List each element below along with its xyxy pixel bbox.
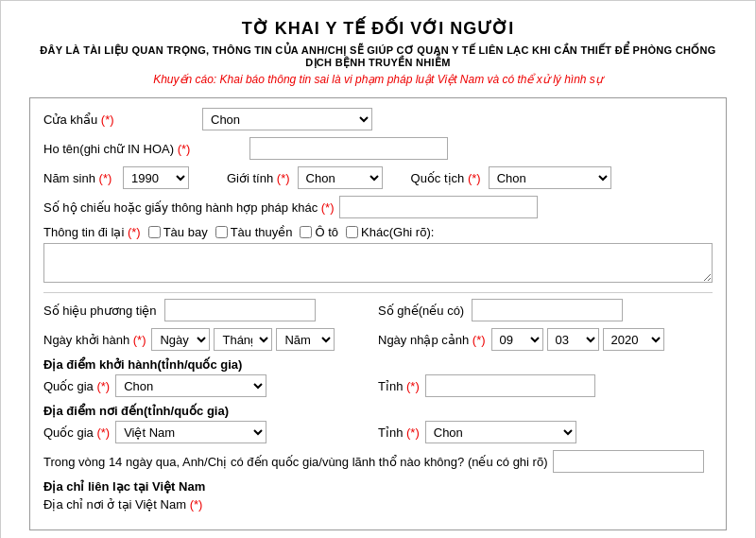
ho-ten-input[interactable]	[249, 137, 448, 160]
quoc-gia-khoi-select[interactable]: Chon	[115, 374, 266, 397]
tau-bay-option[interactable]: Tàu bay	[148, 225, 208, 239]
nam-sinh-row: Năm sinh (*) 1990 1991 1992 Giới tính (*…	[43, 166, 713, 189]
so-hieu-input[interactable]	[164, 299, 316, 321]
tinh-khoi-input[interactable]	[425, 374, 595, 397]
page-subtitle: ĐÂY LÀ TÀI LIỆU QUAN TRỌNG, THÔNG TIN CỦ…	[29, 44, 727, 69]
quoc-gia-den-select[interactable]: Việt Nam	[115, 421, 266, 443]
ngay-nhap-ngay-select[interactable]: 09	[491, 328, 543, 351]
trong-14-ngay-row: Trong vòng 14 ngày qua, Anh/Chị có đến q…	[43, 450, 713, 473]
khac-textarea-row	[43, 243, 713, 286]
o-to-checkbox[interactable]	[300, 226, 312, 238]
tau-thuyen-checkbox[interactable]	[215, 226, 228, 238]
tau-thuyen-label: Tàu thuyền	[231, 225, 293, 239]
quoc-gia-den-label: Quốc gia (*)	[43, 425, 110, 440]
so-hieu-row: Số hiệu phương tiện Số ghế(nếu có)	[43, 299, 713, 321]
dia-chi-o-row: Địa chỉ nơi ở tại Việt Nam (*)	[43, 497, 713, 512]
khac-label: Khác(Ghi rõ):	[361, 225, 434, 239]
trong-14-ngay-input[interactable]	[553, 450, 704, 473]
ngay-khoi-ngay-select[interactable]: Ngày0102	[151, 328, 210, 351]
so-hieu-label: Số hiệu phương tiện	[43, 304, 157, 318]
ho-ten-label: Ho tên(ghi chữ IN HOA) (*)	[43, 142, 242, 156]
tinh-den-label: Tỉnh (*)	[378, 425, 420, 440]
ngay-khoi-label: Ngày khởi hành (*)	[43, 333, 146, 347]
dia-chi-title: Địa chỉ liên lạc tại Việt Nam	[43, 479, 713, 494]
so-ho-chieu-row: Số hộ chiếu hoặc giấy thông hành hợp phá…	[43, 196, 713, 218]
dia-diem-khoi-header: Địa điểm khởi hành(tỉnh/quốc gia)	[43, 357, 713, 372]
quoc-gia-khoi-row: Quốc gia (*) Chon Tỉnh (*)	[43, 374, 713, 397]
ngay-khoi-col: Ngày khởi hành (*) Ngày0102 Tháng010203 …	[43, 328, 378, 351]
tau-bay-checkbox[interactable]	[148, 226, 161, 238]
nam-sinh-select[interactable]: 1990 1991 1992	[123, 166, 189, 189]
dia-chi-o-label: Địa chỉ nơi ở tại Việt Nam (*)	[43, 497, 202, 512]
so-ho-chieu-input[interactable]	[339, 196, 538, 218]
so-ghe-input[interactable]	[472, 299, 623, 321]
ho-ten-row: Ho tên(ghi chữ IN HOA) (*)	[43, 137, 713, 160]
tau-bay-label: Tàu bay	[163, 225, 208, 239]
tinh-khoi-label: Tỉnh (*)	[378, 379, 420, 393]
tinh-den-select[interactable]: Chon	[425, 421, 576, 443]
ngay-nhap-canh-col: Ngày nhập cảnh (*) 09 03 2020	[378, 328, 713, 351]
thong-tin-di-lai-label: Thông tin đi lại (*)	[43, 225, 141, 239]
page-title: TỜ KHAI Y TẾ ĐỐI VỚI NGƯỜI	[29, 18, 727, 39]
cua-khau-select[interactable]: Chon	[202, 108, 372, 130]
gioi-tinh-label: Giới tính (*)	[227, 171, 290, 185]
gioi-tinh-select[interactable]: Chon Nam Nữ	[298, 166, 383, 189]
quoc-tich-label: Quốc tịch (*)	[411, 171, 481, 185]
ngay-nhap-thang-select[interactable]: 03	[547, 328, 599, 351]
tinh-khoi-col: Tỉnh (*)	[378, 374, 713, 397]
thong-tin-di-lai-row: Thông tin đi lại (*) Tàu bay Tàu thuyền …	[43, 225, 713, 239]
dia-diem-den-header: Địa điểm nơi đến(tỉnh/quốc gia)	[43, 404, 713, 418]
khac-option[interactable]: Khác(Ghi rõ):	[346, 225, 434, 239]
khac-checkbox[interactable]	[346, 226, 358, 238]
quoc-gia-khoi-col: Quốc gia (*) Chon	[43, 374, 378, 397]
ngay-khoi-row: Ngày khởi hành (*) Ngày0102 Tháng010203 …	[43, 328, 713, 351]
form-section: Cửa khẩu (*) Chon Ho tên(ghi chữ IN HOA)…	[29, 97, 727, 530]
ngay-nhap-canh-label: Ngày nhập cảnh (*)	[378, 333, 486, 347]
o-to-option[interactable]: Ô tô	[300, 225, 338, 239]
cua-khau-row: Cửa khẩu (*) Chon	[43, 108, 713, 130]
cua-khau-required: (*)	[101, 113, 114, 127]
quoc-tich-select[interactable]: Chon	[489, 166, 611, 189]
cua-khau-label: Cửa khẩu (*)	[43, 113, 195, 127]
trong-14-ngay-label: Trong vòng 14 ngày qua, Anh/Chị có đến q…	[43, 455, 547, 469]
ngay-khoi-nam-select[interactable]: Năm20192020	[276, 328, 335, 351]
quoc-gia-den-col: Quốc gia (*) Việt Nam	[43, 421, 378, 443]
warning-text: Khuyến cáo: Khai báo thông tin sai là vi…	[29, 73, 727, 86]
so-ghe-label: Số ghế(nếu có)	[378, 304, 464, 318]
tinh-den-col: Tỉnh (*) Chon	[378, 421, 713, 443]
ngay-khoi-thang-select[interactable]: Tháng010203	[214, 328, 272, 351]
so-ho-chieu-label: Số hộ chiếu hoặc giấy thông hành hợp phá…	[43, 200, 334, 215]
ngay-nhap-nam-select[interactable]: 2020	[603, 328, 664, 351]
khac-detail-textarea[interactable]	[43, 243, 713, 283]
so-ghe-col: Số ghế(nếu có)	[378, 299, 713, 321]
quoc-gia-den-row: Quốc gia (*) Việt Nam Tỉnh (*) Chon	[43, 421, 713, 443]
so-hieu-col: Số hiệu phương tiện	[43, 299, 378, 321]
o-to-label: Ô tô	[315, 225, 338, 239]
nam-sinh-label: Năm sinh (*)	[43, 171, 119, 185]
tau-thuyen-option[interactable]: Tàu thuyền	[215, 225, 293, 239]
quoc-gia-khoi-label: Quốc gia (*)	[43, 379, 110, 393]
